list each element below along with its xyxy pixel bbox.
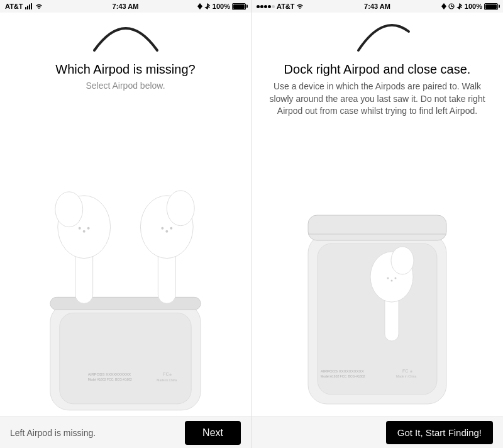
svg-rect-2 (29, 4, 30, 9)
screen1-title: Which Airpod is missing? (55, 62, 195, 77)
svg-rect-6 (60, 313, 191, 404)
wifi-icon-1 (36, 3, 42, 9)
screen2-body: Use a device in which the Airpods are pa… (264, 81, 490, 118)
next-button[interactable]: Next (185, 421, 241, 445)
signal-dots-2 (257, 5, 275, 8)
svg-text:⊗: ⊗ (410, 369, 412, 373)
svg-marker-25 (441, 3, 446, 9)
svg-point-18 (161, 227, 163, 230)
svg-point-13 (55, 192, 83, 227)
svg-point-34 (391, 280, 393, 282)
bottom-label-1: Left Airpod is missing. (10, 428, 96, 438)
time-1: 7:43 AM (113, 3, 139, 10)
svg-text:FC: FC (163, 372, 169, 376)
svg-text:Made in China: Made in China (157, 378, 177, 382)
battery-icon-2 (484, 3, 498, 10)
svg-text:FC: FC (402, 369, 408, 373)
svg-point-16 (165, 230, 168, 233)
bluetooth-icon-1 (204, 3, 211, 9)
svg-text:AIRPODS XXXXXXXXXX: AIRPODS XXXXXXXXXX (321, 369, 364, 373)
location-icon-1 (197, 3, 202, 9)
screen2-title: Dock right Airpod and close case. (284, 62, 471, 77)
status-right-2: 100% (441, 3, 498, 10)
signal-icon-1 (25, 3, 34, 9)
svg-text:⊗: ⊗ (169, 372, 172, 376)
wifi-icon-2 (297, 3, 303, 9)
svg-text:AIRPODS XXXXXXXXXX: AIRPODS XXXXXXXXXX (88, 372, 131, 376)
status-bar-2: AT&T 7:43 AM 100% (252, 0, 503, 13)
bluetooth-icon-2 (456, 3, 463, 9)
carrier-1: AT&T (5, 3, 23, 10)
battery-pct-2: 100% (465, 3, 482, 10)
svg-text:Made in China: Made in China (396, 374, 416, 378)
svg-rect-7 (50, 298, 201, 310)
bottom-bar-1: Left Airpod is missing. Next (0, 417, 251, 448)
svg-point-33 (391, 247, 414, 274)
battery-pct-1: 100% (213, 3, 230, 10)
start-finding-button[interactable]: Got It, Start Finding! (386, 421, 493, 444)
svg-point-35 (395, 277, 397, 279)
svg-rect-3 (31, 3, 32, 9)
svg-point-10 (83, 230, 86, 233)
content-1: Which Airpod is missing? Select Airpod b… (0, 13, 251, 417)
status-left-2: AT&T (257, 3, 303, 10)
svg-marker-4 (197, 3, 202, 9)
svg-point-11 (87, 227, 90, 230)
svg-point-12 (79, 227, 81, 230)
screen-1: AT&T 7:43 AM 100% (0, 0, 252, 448)
status-bar-1: AT&T 7:43 AM 100% (0, 0, 251, 13)
arc-2 (340, 19, 415, 57)
svg-rect-1 (27, 6, 28, 9)
svg-text:Model A1602 FCC: BCG-A1602: Model A1602 FCC: BCG-A1602 (321, 374, 365, 378)
airpods-image-2: AIRPODS XXXXXXXXXX Model A1602 FCC: BCG-… (264, 124, 490, 417)
content-2: Dock right Airpod and close case. Use a … (252, 13, 503, 417)
svg-point-36 (387, 277, 389, 279)
svg-point-19 (167, 191, 194, 226)
alarm-icon-2 (448, 3, 455, 9)
location-icon-2 (441, 3, 446, 9)
svg-rect-0 (25, 7, 26, 9)
status-right-1: 100% (197, 3, 246, 10)
carrier-2: AT&T (277, 3, 295, 10)
screen1-subtitle: Select Airpod below. (86, 81, 165, 91)
battery-icon-1 (232, 3, 246, 10)
screen-2: AT&T 7:43 AM 100% (252, 0, 503, 448)
status-left-1: AT&T (5, 3, 42, 10)
airpods-image-1: AIRPODS XXXXXXXXXX Model A1602 FCC: BCG-… (13, 97, 238, 417)
svg-rect-29 (308, 215, 446, 240)
bottom-bar-2: Got It, Start Finding! (252, 417, 503, 448)
time-2: 7:43 AM (364, 3, 390, 10)
arc-1 (88, 19, 163, 57)
svg-point-17 (170, 227, 172, 230)
svg-text:Model A1602 FCC: BCG-A1602: Model A1602 FCC: BCG-A1602 (88, 378, 132, 381)
